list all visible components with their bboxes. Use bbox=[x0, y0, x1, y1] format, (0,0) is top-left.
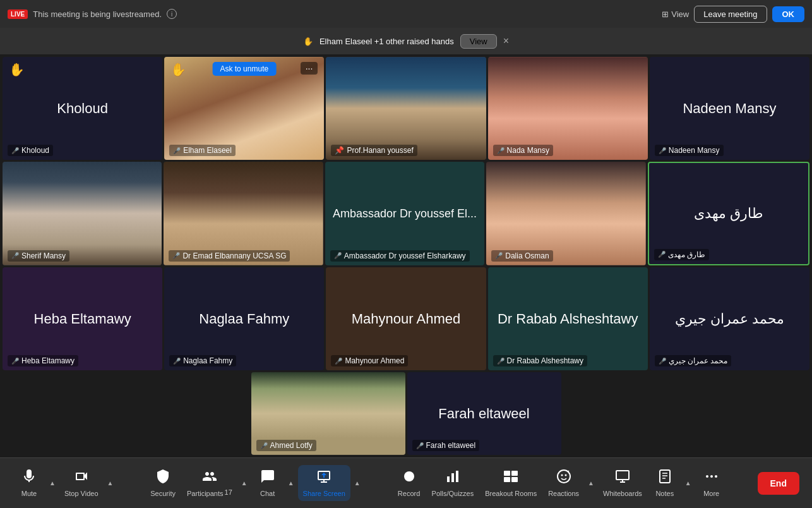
ok-button[interactable]: OK bbox=[772, 6, 805, 22]
participant-name: Dr Emad Elbannany UCSA SG bbox=[182, 251, 286, 260]
participant-name: Naglaa Fahmy bbox=[183, 356, 232, 365]
name-center: Nadeen Mansy bbox=[678, 95, 781, 122]
more-options-button[interactable]: ··· bbox=[301, 62, 318, 75]
leave-meeting-button[interactable]: Leave meeting bbox=[694, 6, 767, 23]
name-center: Naglaa Fahmy bbox=[194, 306, 294, 332]
info-icon[interactable]: i bbox=[167, 9, 177, 19]
mute-button[interactable]: Mute bbox=[13, 465, 45, 501]
close-banner-button[interactable]: × bbox=[503, 35, 509, 47]
participant-cell-heba: Heba Eltamawy 🎤 Heba Eltamawy bbox=[3, 267, 162, 370]
hand-raise-icon: ✋ bbox=[9, 62, 25, 77]
participant-name: Heba Eltamawy bbox=[21, 356, 75, 365]
reactions-chevron[interactable]: ▲ bbox=[585, 480, 597, 487]
svg-rect-12 bbox=[660, 470, 670, 483]
svg-rect-11 bbox=[616, 471, 629, 480]
mic-off-icon: 🎤 bbox=[334, 252, 342, 259]
notes-button[interactable]: Notes bbox=[648, 465, 681, 501]
whiteboards-button[interactable]: Whiteboards bbox=[598, 465, 647, 501]
participant-cell-hanan: 📌 Prof.Hanan youssef bbox=[326, 57, 486, 160]
participant-name: Nadeen Mansy bbox=[669, 146, 720, 155]
name-bar: 📌 Prof.Hanan youssef bbox=[331, 145, 417, 156]
more-label: More bbox=[703, 490, 719, 497]
participant-cell-ambassador: Ambassador Dr youssef El... 🎤 Ambassador… bbox=[325, 162, 484, 265]
notes-chevron[interactable]: ▲ bbox=[683, 480, 694, 487]
share-screen-chevron[interactable]: ▲ bbox=[352, 480, 363, 487]
mic-off-icon: 🎤 bbox=[658, 251, 666, 258]
reactions-button[interactable]: Reactions bbox=[543, 465, 584, 501]
participant-name: Ahmed Lotfy bbox=[270, 441, 313, 450]
end-button[interactable]: End bbox=[758, 472, 799, 495]
name-bar: 🎤 Ambassador Dr youssef Elsharkawy bbox=[330, 250, 470, 262]
mic-off-icon: 🎤 bbox=[260, 442, 268, 449]
participants-icon bbox=[202, 469, 217, 487]
reactions-label: Reactions bbox=[548, 490, 579, 497]
share-screen-button[interactable]: Share Screen bbox=[298, 465, 350, 501]
more-icon bbox=[704, 469, 719, 487]
ask-unmute-button[interactable]: Ask to unmute bbox=[212, 62, 276, 76]
top-bar: LIVE This meeting is being livestreamed.… bbox=[0, 0, 812, 28]
stop-video-button[interactable]: Stop Video bbox=[59, 465, 104, 501]
name-bar: 🎤 Sherif Mansy bbox=[8, 250, 69, 262]
chat-icon bbox=[260, 469, 275, 487]
record-button[interactable]: Record bbox=[393, 465, 426, 501]
breakout-button[interactable]: Breakout Rooms bbox=[480, 465, 542, 501]
security-button[interactable]: Security bbox=[145, 465, 181, 501]
raised-hands-text: Elham Elaseel +1 other raised hands bbox=[319, 37, 454, 46]
polls-icon bbox=[445, 469, 460, 487]
mic-off-icon: 🎤 bbox=[495, 252, 503, 259]
notes-label: Notes bbox=[655, 490, 674, 497]
video-grid: ✋ Kholoud 🎤 Kholoud ✋ Ask to unmute ··· … bbox=[0, 54, 812, 457]
participant-cell-muhammad: محمد عمران جيري 🎤 محمد عمران جيري bbox=[650, 267, 809, 370]
participants-button[interactable]: Participants 17 bbox=[182, 465, 237, 501]
name-bar: 🎤 Dr Rabab Alsheshtawy bbox=[493, 355, 587, 366]
name-center: طارق مهدى bbox=[689, 200, 768, 227]
reactions-icon bbox=[556, 469, 571, 487]
pin-icon: 📌 bbox=[335, 146, 344, 155]
name-bar: 🎤 Nada Mansy bbox=[493, 145, 553, 156]
participant-cell-dalia: 🎤 Dalia Osman bbox=[486, 162, 645, 265]
video-row-3: Heba Eltamawy 🎤 Heba Eltamawy Naglaa Fah… bbox=[3, 267, 809, 370]
chat-button[interactable]: Chat bbox=[251, 465, 284, 501]
mic-off-icon: 🎤 bbox=[335, 358, 342, 365]
mute-chevron[interactable]: ▲ bbox=[47, 480, 58, 487]
participants-label: Participants bbox=[187, 490, 223, 497]
livestream-message: This meeting is being livestreamed. bbox=[33, 9, 162, 19]
more-button[interactable]: More bbox=[695, 465, 728, 501]
view-raised-hands-button[interactable]: View bbox=[460, 34, 497, 49]
name-bar: 🎤 Mahynour Ahmed bbox=[331, 355, 408, 366]
mic-off-icon: 🎤 bbox=[173, 147, 181, 154]
mic-off-icon: 🎤 bbox=[497, 358, 505, 365]
participant-cell-ahmed: 🎤 Ahmed Lotfy bbox=[251, 372, 405, 455]
name-center: محمد عمران جيري bbox=[670, 306, 789, 332]
stop-video-label: Stop Video bbox=[64, 490, 99, 497]
chat-chevron[interactable]: ▲ bbox=[285, 480, 297, 487]
top-bar-right: ⊞ View Leave meeting OK bbox=[662, 6, 804, 23]
share-screen-icon bbox=[316, 469, 331, 487]
polls-button[interactable]: Polls/Quizzes bbox=[427, 465, 479, 501]
participant-cell-naglaa: Naglaa Fahmy 🎤 Naglaa Fahmy bbox=[164, 267, 324, 370]
name-bar: 🎤 محمد عمران جيري bbox=[655, 355, 732, 366]
hand-raise-icon: ✋ bbox=[170, 62, 186, 77]
participant-name: Dalia Osman bbox=[505, 251, 549, 260]
live-badge: LIVE bbox=[8, 9, 28, 19]
video-row-1: ✋ Kholoud 🎤 Kholoud ✋ Ask to unmute ··· … bbox=[3, 57, 809, 160]
view-button[interactable]: ⊞ View bbox=[662, 9, 689, 19]
participants-chevron[interactable]: ▲ bbox=[239, 480, 250, 487]
mute-icon bbox=[21, 469, 37, 487]
name-bar: 🎤 Farah eltaweel bbox=[412, 440, 480, 451]
participant-name: Elham Elaseel bbox=[183, 146, 232, 155]
svg-rect-4 bbox=[504, 471, 510, 476]
participant-name: طارق مهدى bbox=[668, 250, 705, 259]
svg-rect-2 bbox=[451, 473, 454, 482]
hand-emoji: ✋ bbox=[303, 37, 313, 46]
participant-name: Ambassador Dr youssef Elsharkawy bbox=[344, 251, 466, 260]
name-bar: 🎤 طارق مهدى bbox=[654, 249, 709, 260]
participant-cell-farah: Farah eltaweel 🎤 Farah eltaweel bbox=[407, 372, 561, 455]
video-chevron[interactable]: ▲ bbox=[105, 480, 116, 487]
participant-cell-tariq: طارق مهدى 🎤 طارق مهدى bbox=[648, 162, 809, 265]
video-row-2: 🎤 Sherif Mansy 🎤 Dr Emad Elbannany UCSA … bbox=[3, 162, 809, 265]
name-bar: 🎤 Dr Emad Elbannany UCSA SG bbox=[169, 250, 290, 262]
video-icon bbox=[74, 469, 89, 487]
mic-off-icon: 🎤 bbox=[416, 442, 424, 449]
participant-name: Dr Rabab Alsheshtawy bbox=[507, 356, 583, 365]
